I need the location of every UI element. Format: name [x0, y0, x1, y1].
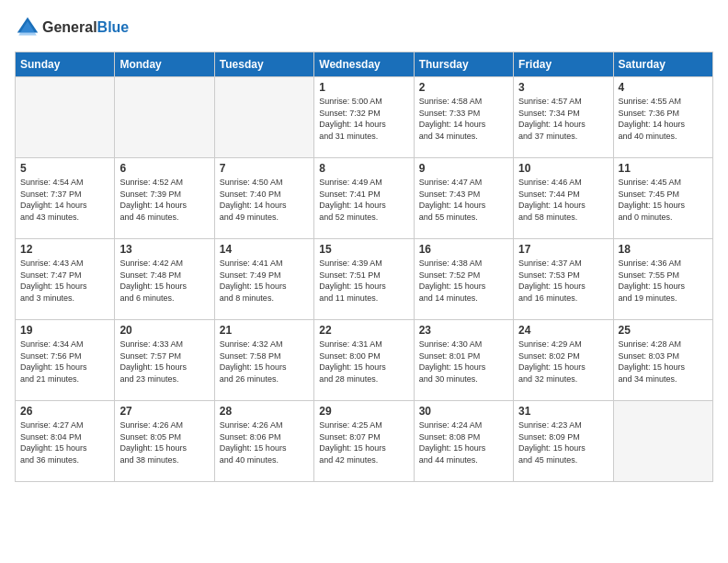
calendar-cell: 19Sunrise: 4:34 AM Sunset: 7:56 PM Dayli… [16, 320, 115, 401]
day-header-wednesday: Wednesday [314, 52, 414, 77]
calendar-cell: 28Sunrise: 4:26 AM Sunset: 8:06 PM Dayli… [214, 401, 313, 482]
logo: GeneralBlue [15, 15, 129, 40]
page-header: GeneralBlue [15, 15, 713, 40]
day-info: Sunrise: 4:52 AM Sunset: 7:39 PM Dayligh… [119, 177, 209, 223]
day-info: Sunrise: 4:55 AM Sunset: 7:36 PM Dayligh… [619, 96, 708, 142]
day-info: Sunrise: 4:36 AM Sunset: 7:55 PM Dayligh… [619, 258, 708, 304]
day-info: Sunrise: 4:32 AM Sunset: 7:58 PM Dayligh… [220, 339, 309, 385]
calendar-cell: 21Sunrise: 4:32 AM Sunset: 7:58 PM Dayli… [214, 320, 313, 401]
day-header-friday: Friday [514, 52, 613, 77]
calendar-cell [613, 401, 712, 482]
day-number: 8 [319, 162, 408, 175]
calendar-cell: 30Sunrise: 4:24 AM Sunset: 8:08 PM Dayli… [414, 401, 513, 482]
day-number: 9 [419, 162, 508, 175]
day-info: Sunrise: 4:24 AM Sunset: 8:08 PM Dayligh… [419, 419, 508, 465]
day-number: 30 [419, 405, 508, 418]
calendar-cell: 22Sunrise: 4:31 AM Sunset: 8:00 PM Dayli… [314, 320, 414, 401]
day-number: 2 [419, 81, 508, 94]
calendar-week-2: 5Sunrise: 4:54 AM Sunset: 7:37 PM Daylig… [16, 158, 713, 239]
day-info: Sunrise: 4:45 AM Sunset: 7:45 PM Dayligh… [619, 177, 708, 223]
calendar-cell: 23Sunrise: 4:30 AM Sunset: 8:01 PM Dayli… [414, 320, 513, 401]
day-header-monday: Monday [115, 52, 214, 77]
calendar-cell: 3Sunrise: 4:57 AM Sunset: 7:34 PM Daylig… [514, 77, 613, 158]
day-number: 5 [20, 162, 109, 175]
calendar-cell: 29Sunrise: 4:25 AM Sunset: 8:07 PM Dayli… [314, 401, 414, 482]
day-info: Sunrise: 4:26 AM Sunset: 8:05 PM Dayligh… [119, 419, 209, 465]
calendar-cell: 10Sunrise: 4:46 AM Sunset: 7:44 PM Dayli… [514, 158, 613, 239]
days-header-row: SundayMondayTuesdayWednesdayThursdayFrid… [16, 52, 713, 77]
calendar-cell [115, 77, 214, 158]
day-info: Sunrise: 4:34 AM Sunset: 7:56 PM Dayligh… [20, 339, 109, 385]
calendar-cell: 15Sunrise: 4:39 AM Sunset: 7:51 PM Dayli… [314, 239, 414, 320]
calendar-cell: 18Sunrise: 4:36 AM Sunset: 7:55 PM Dayli… [613, 239, 712, 320]
calendar-cell: 7Sunrise: 4:50 AM Sunset: 7:40 PM Daylig… [214, 158, 313, 239]
day-number: 18 [619, 243, 708, 256]
calendar-cell: 25Sunrise: 4:28 AM Sunset: 8:03 PM Dayli… [613, 320, 712, 401]
calendar-cell: 9Sunrise: 4:47 AM Sunset: 7:43 PM Daylig… [414, 158, 513, 239]
calendar-cell [16, 77, 115, 158]
day-header-thursday: Thursday [414, 52, 513, 77]
calendar-cell: 31Sunrise: 4:23 AM Sunset: 8:09 PM Dayli… [514, 401, 613, 482]
day-info: Sunrise: 4:31 AM Sunset: 8:00 PM Dayligh… [319, 339, 408, 385]
day-number: 19 [20, 324, 109, 337]
day-info: Sunrise: 4:27 AM Sunset: 8:04 PM Dayligh… [20, 419, 109, 465]
day-number: 15 [319, 243, 408, 256]
day-number: 22 [319, 324, 408, 337]
day-number: 20 [119, 324, 209, 337]
calendar-cell: 12Sunrise: 4:43 AM Sunset: 7:47 PM Dayli… [16, 239, 115, 320]
day-info: Sunrise: 4:37 AM Sunset: 7:53 PM Dayligh… [518, 258, 608, 304]
calendar-cell: 5Sunrise: 4:54 AM Sunset: 7:37 PM Daylig… [16, 158, 115, 239]
calendar-week-1: 1Sunrise: 5:00 AM Sunset: 7:32 PM Daylig… [16, 77, 713, 158]
day-number: 10 [518, 162, 608, 175]
logo-text-line1: GeneralBlue [42, 19, 129, 36]
day-info: Sunrise: 4:54 AM Sunset: 7:37 PM Dayligh… [20, 177, 109, 223]
calendar-cell: 13Sunrise: 4:42 AM Sunset: 7:48 PM Dayli… [115, 239, 214, 320]
day-info: Sunrise: 4:29 AM Sunset: 8:02 PM Dayligh… [518, 339, 608, 385]
day-number: 1 [319, 81, 408, 94]
day-number: 23 [419, 324, 508, 337]
day-header-tuesday: Tuesday [214, 52, 313, 77]
calendar-cell: 8Sunrise: 4:49 AM Sunset: 7:41 PM Daylig… [314, 158, 414, 239]
calendar-cell: 27Sunrise: 4:26 AM Sunset: 8:05 PM Dayli… [115, 401, 214, 482]
day-info: Sunrise: 4:58 AM Sunset: 7:33 PM Dayligh… [419, 96, 508, 142]
day-number: 7 [220, 162, 309, 175]
day-number: 25 [619, 324, 708, 337]
day-number: 4 [619, 81, 708, 94]
calendar-cell: 4Sunrise: 4:55 AM Sunset: 7:36 PM Daylig… [613, 77, 712, 158]
calendar-cell: 11Sunrise: 4:45 AM Sunset: 7:45 PM Dayli… [613, 158, 712, 239]
day-header-sunday: Sunday [16, 52, 115, 77]
day-info: Sunrise: 4:43 AM Sunset: 7:47 PM Dayligh… [20, 258, 109, 304]
day-number: 3 [518, 81, 608, 94]
day-info: Sunrise: 4:30 AM Sunset: 8:01 PM Dayligh… [419, 339, 508, 385]
day-info: Sunrise: 4:33 AM Sunset: 7:57 PM Dayligh… [119, 339, 209, 385]
day-info: Sunrise: 4:39 AM Sunset: 7:51 PM Dayligh… [319, 258, 408, 304]
calendar-cell: 20Sunrise: 4:33 AM Sunset: 7:57 PM Dayli… [115, 320, 214, 401]
calendar-week-4: 19Sunrise: 4:34 AM Sunset: 7:56 PM Dayli… [16, 320, 713, 401]
day-number: 31 [518, 405, 608, 418]
day-info: Sunrise: 4:46 AM Sunset: 7:44 PM Dayligh… [518, 177, 608, 223]
calendar-week-5: 26Sunrise: 4:27 AM Sunset: 8:04 PM Dayli… [16, 401, 713, 482]
calendar-cell: 14Sunrise: 4:41 AM Sunset: 7:49 PM Dayli… [214, 239, 313, 320]
calendar-table: SundayMondayTuesdayWednesdayThursdayFrid… [15, 52, 713, 482]
calendar-cell [214, 77, 313, 158]
day-info: Sunrise: 4:23 AM Sunset: 8:09 PM Dayligh… [518, 419, 608, 465]
logo-icon [15, 15, 40, 40]
day-number: 11 [619, 162, 708, 175]
day-info: Sunrise: 4:42 AM Sunset: 7:48 PM Dayligh… [119, 258, 209, 304]
day-number: 24 [518, 324, 608, 337]
calendar-cell: 16Sunrise: 4:38 AM Sunset: 7:52 PM Dayli… [414, 239, 513, 320]
day-info: Sunrise: 4:57 AM Sunset: 7:34 PM Dayligh… [518, 96, 608, 142]
day-info: Sunrise: 4:26 AM Sunset: 8:06 PM Dayligh… [220, 419, 309, 465]
day-info: Sunrise: 4:47 AM Sunset: 7:43 PM Dayligh… [419, 177, 508, 223]
day-number: 26 [20, 405, 109, 418]
day-number: 12 [20, 243, 109, 256]
calendar-cell: 24Sunrise: 4:29 AM Sunset: 8:02 PM Dayli… [514, 320, 613, 401]
day-info: Sunrise: 4:50 AM Sunset: 7:40 PM Dayligh… [220, 177, 309, 223]
day-info: Sunrise: 4:49 AM Sunset: 7:41 PM Dayligh… [319, 177, 408, 223]
day-number: 21 [220, 324, 309, 337]
day-number: 29 [319, 405, 408, 418]
calendar-cell: 1Sunrise: 5:00 AM Sunset: 7:32 PM Daylig… [314, 77, 414, 158]
calendar-cell: 2Sunrise: 4:58 AM Sunset: 7:33 PM Daylig… [414, 77, 513, 158]
day-number: 27 [119, 405, 209, 418]
calendar-week-3: 12Sunrise: 4:43 AM Sunset: 7:47 PM Dayli… [16, 239, 713, 320]
